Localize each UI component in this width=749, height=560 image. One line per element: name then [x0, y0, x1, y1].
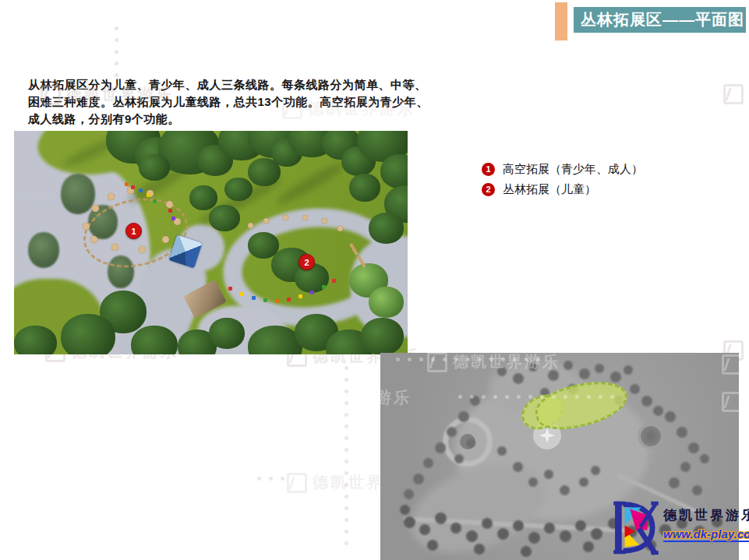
company-name: 德凯世界游乐 [663, 506, 749, 524]
accent-bar [555, 2, 567, 41]
legend-item-jungle: 2 丛林拓展（儿童） [482, 179, 643, 199]
watermark-logo-icon [427, 353, 447, 372]
watermark-logo-icon [723, 84, 744, 104]
watermark: 德凯世界游乐 [41, 84, 174, 105]
watermark: 德凯世界游乐 [282, 98, 415, 119]
watermark-dots [344, 366, 348, 545]
legend-item-highrope: 1 高空拓展（青少年、成人） [482, 159, 643, 179]
company-url: www.dk-play.com [663, 527, 749, 542]
watermark-logo-icon [722, 354, 739, 375]
company-logo: 德凯世界游乐 www.dk-play.com [613, 498, 749, 557]
watermark [722, 354, 739, 375]
watermark [723, 84, 744, 104]
watermark-dots [458, 395, 614, 399]
watermark [722, 392, 739, 412]
watermark-logo-icon [287, 473, 307, 493]
legend-marker-2: 2 [482, 183, 495, 196]
legend-label-2: 丛林拓展（儿童） [503, 182, 596, 197]
page-title: 丛林拓展区——平面图 [581, 9, 744, 30]
plan-feature-circle [638, 423, 664, 449]
watermark-logo-icon [41, 85, 61, 105]
watermark-partial: 游乐 [380, 387, 412, 408]
legend-marker-1: 1 [482, 163, 495, 176]
watermark-dots [396, 357, 540, 361]
legend: 1 高空拓展（青少年、成人） 2 丛林拓展（儿童） [482, 159, 643, 199]
aerial-render-image: 1 2 [14, 131, 408, 354]
watermark: 德凯世界游乐 [427, 353, 560, 372]
watermark-logo-icon [282, 99, 302, 119]
watermark-logo-icon [722, 392, 739, 412]
map-marker-1: 1 [125, 223, 142, 239]
legend-label-1: 高空拓展（青少年、成人） [503, 162, 643, 177]
watermark-dots [115, 26, 118, 89]
title-bar: 丛林拓展区——平面图 [574, 7, 746, 33]
slide-canvas: 丛林拓展区——平面图 从林拓展区分为儿童、青少年、成人三条线路。每条线路分为简单… [0, 0, 749, 560]
map-marker-2: 2 [299, 254, 315, 270]
watermark-dots [257, 477, 284, 481]
dk-logo-icon [613, 498, 659, 557]
